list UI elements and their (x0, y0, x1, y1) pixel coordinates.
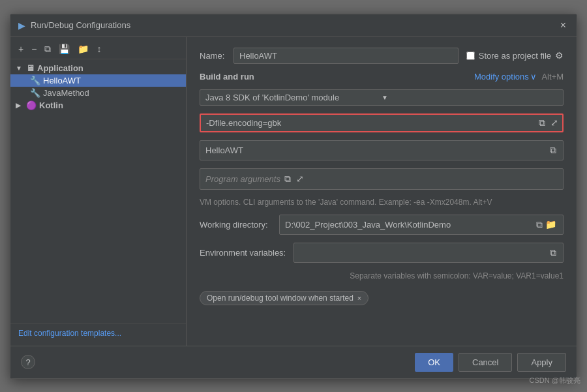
modify-options-shortcut: Alt+M (541, 72, 564, 82)
main-class-row[interactable]: HelloAWT ⧉ (200, 140, 564, 160)
env-vars-row: Environment variables: ⧉ (200, 243, 564, 263)
add-config-button[interactable]: + (16, 42, 26, 55)
store-as-project-checkbox[interactable] (466, 52, 475, 60)
store-checkbox-row: Store as project file ⚙ (466, 50, 564, 61)
tree-kotlin-group[interactable]: ▶ 🟣 Kotlin (10, 99, 186, 112)
tree-application-group[interactable]: ▼ 🖥 Application (10, 62, 186, 74)
left-panel: + − ⧉ 💾 📁 ↕ ▼ 🖥 Application 🔧 HelloAWT (10, 37, 187, 346)
right-panel: Name: Store as project file ⚙ Build and … (187, 37, 577, 346)
env-vars-hint: Separate variables with semicolon: VAR=v… (350, 271, 564, 280)
help-button[interactable]: ? (21, 355, 35, 369)
kotlin-expand-icon: ▶ (16, 102, 23, 109)
javamethod-icon: 🔧 (30, 88, 40, 98)
left-toolbar: + − ⧉ 💾 📁 ↕ (10, 40, 186, 59)
footer-left: ? (21, 355, 35, 369)
name-label: Name: (200, 51, 226, 61)
run-tool-window-row: Open run/debug tool window when started … (200, 291, 564, 305)
run-tool-window-label: Open run/debug tool window when started (207, 294, 354, 303)
edit-templates-link[interactable]: Edit configuration templates... (10, 323, 186, 343)
run-tool-window-close[interactable]: × (357, 294, 361, 302)
name-row: Name: Store as project file ⚙ (200, 48, 564, 64)
vm-options-input[interactable] (201, 115, 535, 131)
build-run-title: Build and run (200, 72, 254, 82)
modify-options-label: Modify options (474, 72, 529, 82)
tree-javamethod-item[interactable]: 🔧 JavaMethod (10, 87, 186, 99)
sdk-dropdown[interactable]: Java 8 SDK of 'KotlinDemo' module ▼ (200, 89, 564, 106)
apply-button[interactable]: Apply (517, 353, 566, 372)
dialog-body: + − ⧉ 💾 📁 ↕ ▼ 🖥 Application 🔧 HelloAWT (10, 37, 577, 346)
config-tree: ▼ 🖥 Application 🔧 HelloAWT 🔧 JavaMethod … (10, 59, 186, 323)
working-dir-browse-icon[interactable]: 📁 (544, 218, 558, 231)
sdk-dropdown-arrow: ▼ (382, 94, 558, 101)
run-tool-window-tag: Open run/debug tool window when started … (200, 291, 369, 305)
helloawt-icon: 🔧 (30, 76, 40, 85)
javamethod-label: JavaMethod (43, 88, 89, 98)
dialog-title: Run/Debug Configurations (31, 20, 552, 30)
store-gear-icon[interactable]: ⚙ (555, 50, 564, 61)
sdk-value: Java 8 SDK of 'KotlinDemo' module (205, 93, 382, 102)
modify-options-link[interactable]: Modify options ∨ Alt+M (474, 72, 564, 82)
vm-options-icons: ⧉ ⤢ (535, 116, 562, 130)
cancel-button[interactable]: Cancel (459, 353, 512, 372)
modify-options-arrow: ∨ (530, 72, 537, 82)
remove-config-button[interactable]: − (29, 42, 39, 55)
ok-button[interactable]: OK (415, 353, 453, 372)
program-args-placeholder: Program arguments (205, 174, 280, 184)
footer-right: OK Cancel Apply (415, 353, 566, 372)
close-button[interactable]: × (558, 20, 569, 31)
folder-config-button[interactable]: 📁 (75, 42, 91, 55)
working-dir-row: Working directory: D:\002_Project\003_Ja… (200, 215, 564, 235)
watermark: CSDN @韩骏亮 (530, 376, 580, 385)
working-dir-copy-icon[interactable]: ⧉ (535, 218, 544, 232)
helloawt-label: HelloAWT (43, 76, 81, 85)
kotlin-label: Kotlin (39, 100, 63, 110)
main-class-copy-icon[interactable]: ⧉ (549, 143, 558, 157)
working-dir-label: Working directory: (200, 220, 271, 230)
save-config-button[interactable]: 💾 (56, 42, 72, 55)
env-vars-label: Environment variables: (200, 248, 286, 258)
vm-options-copy-icon[interactable]: ⧉ (537, 116, 547, 130)
build-run-section-header: Build and run Modify options ∨ Alt+M (200, 72, 564, 82)
sort-config-button[interactable]: ↕ (94, 42, 104, 55)
working-dir-value: D:\002_Project\003_Java_Work\KotlinDemo (285, 220, 535, 230)
store-as-project-label: Store as project file (479, 51, 551, 61)
program-args-icons: ⧉ ⤢ (280, 172, 308, 186)
env-vars-field[interactable]: ⧉ (294, 243, 564, 263)
env-vars-hint-row: Separate variables with semicolon: VAR=v… (200, 271, 564, 280)
copy-config-button[interactable]: ⧉ (42, 42, 53, 56)
title-bar: ▶ Run/Debug Configurations × (10, 14, 577, 37)
kotlin-icon: 🟣 (26, 100, 37, 110)
run-debug-dialog: ▶ Run/Debug Configurations × + − ⧉ 💾 📁 ↕… (10, 14, 577, 379)
name-input[interactable] (233, 48, 459, 64)
application-expand-icon: ▼ (16, 65, 23, 72)
main-class-value: HelloAWT (205, 145, 549, 155)
vm-options-hint: VM options. CLI arguments to the 'Java' … (200, 198, 564, 207)
vm-options-expand-icon[interactable]: ⤢ (549, 116, 560, 129)
tree-helloawt-item[interactable]: 🔧 HelloAWT (10, 74, 186, 87)
program-args-copy-icon[interactable]: ⧉ (283, 172, 292, 186)
dialog-footer: ? OK Cancel Apply (10, 346, 577, 378)
application-label: Application (37, 63, 83, 73)
vm-options-row: ⧉ ⤢ (200, 113, 564, 132)
env-vars-copy-icon[interactable]: ⧉ (549, 246, 558, 260)
program-args-expand-icon[interactable]: ⤢ (295, 172, 305, 185)
program-args-row[interactable]: Program arguments ⧉ ⤢ (200, 168, 564, 190)
application-icon: 🖥 (26, 63, 35, 73)
dialog-icon: ▶ (18, 20, 25, 31)
working-dir-field[interactable]: D:\002_Project\003_Java_Work\KotlinDemo … (279, 215, 564, 235)
